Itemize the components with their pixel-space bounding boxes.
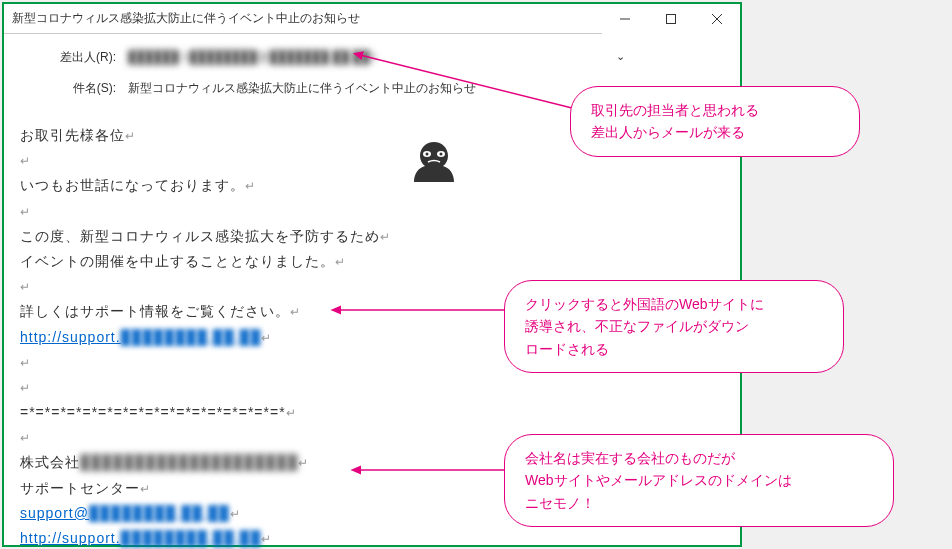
chevron-down-icon[interactable]: ⌄ [616,50,625,63]
callout-text: 会社名は実在する会社のものだが [525,447,873,469]
body-line: イベントの開催を中止することとなりました。↵ [20,249,724,274]
callout-text: クリックすると外国語のWebサイトに [525,293,823,315]
annotation-callout: 会社名は実在する会社のものだが Webサイトやメールアドレスのドメインは ニセモ… [504,434,894,527]
body-line: いつもお世話になっております。↵ [20,173,724,198]
annotation-arrow [350,460,510,480]
close-button[interactable] [694,4,740,34]
svg-rect-1 [667,14,676,23]
maximize-button[interactable] [648,4,694,34]
sender-label: 差出人(R): [14,49,124,66]
subject-label: 件名(S): [14,80,124,97]
svg-point-7 [440,153,443,156]
body-line: ↵ [20,375,724,400]
callout-text: ニセモノ！ [525,492,873,514]
titlebar: 新型コロナウィルス感染拡大防止に伴うイベント中止のお知らせ [4,4,740,34]
annotation-arrow [330,300,510,320]
callout-text: ロードされる [525,338,823,360]
body-divider: =*=*=*=*=*=*=*=*=*=*=*=*=*=*=*=*=*↵ [20,400,724,425]
svg-line-8 [360,55,580,110]
callout-text: 誘導され、不正なファイルがダウン [525,315,823,337]
minimize-button[interactable] [602,4,648,34]
svg-point-6 [426,153,429,156]
window-controls [602,4,740,34]
window-title: 新型コロナウィルス感染拡大防止に伴うイベント中止のお知らせ [12,10,602,27]
annotation-callout: 取引先の担当者と思われる 差出人からメールが来る [570,86,860,157]
body-line: ↵ [20,199,724,224]
body-line: この度、新型コロナウィルス感染拡大を予防するため↵ [20,224,724,249]
annotation-callout: クリックすると外国語のWebサイトに 誘導され、不正なファイルがダウン ロードさ… [504,280,844,373]
callout-text: 取引先の担当者と思われる [591,99,839,121]
hacker-icon [410,138,458,186]
callout-text: 差出人からメールが来る [591,121,839,143]
annotation-arrow [350,45,590,125]
callout-text: Webサイトやメールアドレスのドメインは [525,469,873,491]
body-link[interactable]: http://support.████████.██.██↵ [20,526,724,549]
